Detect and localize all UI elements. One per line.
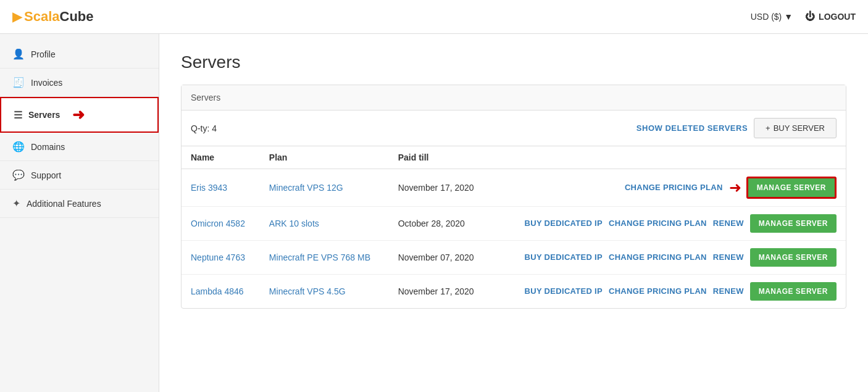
sidebar-item-label: Invoices <box>31 78 62 88</box>
sidebar-item-additional-features[interactable]: ✦ Additional Features <box>0 190 159 218</box>
sidebar-item-servers[interactable]: ☰ Servers ➜ <box>0 97 159 133</box>
sidebar-item-label: Servers <box>28 110 60 120</box>
panel-title: Servers <box>191 93 220 102</box>
sidebar-item-profile[interactable]: 👤 Profile <box>0 40 159 69</box>
arrow-annotation-servers: ➜ <box>72 106 85 123</box>
currency-button[interactable]: USD ($) ▼ <box>751 12 793 22</box>
col-plan: Plan <box>260 146 389 169</box>
logout-icon: ⏻ <box>805 11 815 22</box>
chevron-down-icon: ▼ <box>784 12 793 22</box>
servers-table: Name Plan Paid till Eris 3943Minecraft V… <box>182 146 846 308</box>
logo-icon: ▶ <box>12 10 22 23</box>
table-row: Eris 3943Minecraft VPS 12GNovember 17, 2… <box>182 169 846 207</box>
manage-server-button[interactable]: MANAGE SERVER <box>750 214 837 233</box>
server-paid-till: November 07, 2020 <box>389 241 491 275</box>
logo-scala: Scala <box>24 9 60 24</box>
currency-label: USD ($) <box>751 12 782 22</box>
col-actions <box>490 146 846 169</box>
invoice-icon: 🧾 <box>12 77 25 88</box>
server-name-link[interactable]: Neptune 4763 <box>191 252 245 262</box>
server-plan-link[interactable]: Minecraft VPS 4.5G <box>269 286 346 296</box>
server-plan-link[interactable]: Minecraft VPS 12G <box>269 183 343 193</box>
sidebar-item-label: Additional Features <box>27 199 101 209</box>
qty-label: Q-ty: 4 <box>191 123 630 133</box>
change-pricing-plan-button[interactable]: CHANGE PRICING PLAN <box>609 286 707 296</box>
sidebar-item-support[interactable]: 💬 Support <box>0 161 159 190</box>
servers-panel: Servers Q-ty: 4 SHOW DELETED SERVERS + B… <box>181 85 846 309</box>
user-icon: 👤 <box>12 48 25 60</box>
arrow-annotation-manage: ➜ <box>729 179 741 196</box>
server-name-link[interactable]: Lambda 4846 <box>191 286 244 296</box>
sidebar-item-invoices[interactable]: 🧾 Invoices <box>0 69 159 97</box>
header: ▶ScalaCube USD ($) ▼ ⏻ LOGOUT <box>0 0 868 34</box>
server-paid-till: October 28, 2020 <box>389 207 491 241</box>
panel-header: Servers <box>182 85 846 111</box>
table-row: Neptune 4763Minecraft PE VPS 768 MBNovem… <box>182 241 846 275</box>
manage-server-button[interactable]: MANAGE SERVER <box>750 248 837 267</box>
sidebar-item-label: Support <box>31 170 61 180</box>
logout-button[interactable]: ⏻ LOGOUT <box>805 11 856 22</box>
layout: 👤 Profile 🧾 Invoices ☰ Servers ➜ 🌐 Domai… <box>0 34 868 392</box>
server-plan-link[interactable]: ARK 10 slots <box>269 219 319 228</box>
table-row: Omicron 4582ARK 10 slotsOctober 28, 2020… <box>182 207 846 241</box>
sidebar-item-label: Profile <box>31 49 56 59</box>
support-icon: 💬 <box>12 169 25 181</box>
plus-icon: + <box>766 123 770 133</box>
buy-server-button[interactable]: + BUY SERVER <box>754 118 837 138</box>
logo: ▶ScalaCube <box>12 9 94 25</box>
server-paid-till: November 17, 2020 <box>389 169 491 207</box>
header-right: USD ($) ▼ ⏻ LOGOUT <box>751 11 856 22</box>
buy-dedicated-ip-button[interactable]: BUY DEDICATED IP <box>525 252 603 262</box>
col-name: Name <box>182 146 260 169</box>
sidebar-item-label: Domains <box>31 142 65 152</box>
globe-icon: 🌐 <box>12 141 25 152</box>
col-paid-till: Paid till <box>389 146 491 169</box>
server-name-link[interactable]: Omicron 4582 <box>191 219 245 228</box>
renew-button[interactable]: RENEW <box>713 286 744 296</box>
server-name-link[interactable]: Eris 3943 <box>191 183 227 193</box>
panel-toolbar: Q-ty: 4 SHOW DELETED SERVERS + BUY SERVE… <box>182 111 846 146</box>
change-pricing-plan-button[interactable]: CHANGE PRICING PLAN <box>609 219 707 228</box>
buy-dedicated-ip-button[interactable]: BUY DEDICATED IP <box>525 219 603 228</box>
renew-button[interactable]: RENEW <box>713 252 744 262</box>
server-paid-till: November 17, 2020 <box>389 275 491 309</box>
logout-label: LOGOUT <box>819 12 856 22</box>
page-title: Servers <box>181 52 846 72</box>
table-row: Lambda 4846Minecraft VPS 4.5GNovember 17… <box>182 275 846 309</box>
manage-server-button[interactable]: MANAGE SERVER <box>750 282 837 301</box>
server-plan-link[interactable]: Minecraft PE VPS 768 MB <box>269 252 370 262</box>
action-cell: BUY DEDICATED IPCHANGE PRICING PLANRENEW… <box>490 207 846 241</box>
action-cell: CHANGE PRICING PLAN➜MANAGE SERVER <box>490 169 846 207</box>
buy-dedicated-ip-button[interactable]: BUY DEDICATED IP <box>525 286 603 296</box>
servers-icon: ☰ <box>14 109 22 121</box>
change-pricing-plan-button[interactable]: CHANGE PRICING PLAN <box>625 183 723 192</box>
features-icon: ✦ <box>12 198 20 209</box>
main-content: Servers Servers Q-ty: 4 SHOW DELETED SER… <box>159 34 868 392</box>
renew-button[interactable]: RENEW <box>713 219 744 228</box>
manage-server-button[interactable]: MANAGE SERVER <box>746 177 837 199</box>
logo-cube: Cube <box>60 9 94 24</box>
table-header-row: Name Plan Paid till <box>182 146 846 169</box>
buy-server-label: BUY SERVER <box>774 123 825 133</box>
action-cell: BUY DEDICATED IPCHANGE PRICING PLANRENEW… <box>490 275 846 309</box>
show-deleted-button[interactable]: SHOW DELETED SERVERS <box>636 123 748 133</box>
sidebar: 👤 Profile 🧾 Invoices ☰ Servers ➜ 🌐 Domai… <box>0 34 159 392</box>
change-pricing-plan-button[interactable]: CHANGE PRICING PLAN <box>609 252 707 262</box>
sidebar-item-domains[interactable]: 🌐 Domains <box>0 133 159 161</box>
action-cell: BUY DEDICATED IPCHANGE PRICING PLANRENEW… <box>490 241 846 275</box>
